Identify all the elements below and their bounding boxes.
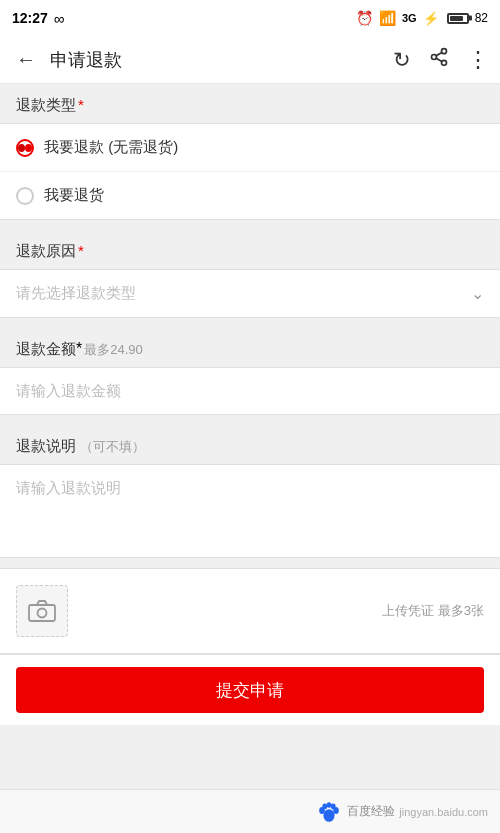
status-infinity: ∞ [54,10,65,27]
bottom-bar: 百度经验 jingyan.baidu.com [0,789,500,833]
chevron-down-icon: ⌄ [471,284,484,303]
refund-amount-input[interactable] [16,382,484,399]
upload-hint: 上传凭证 最多3张 [68,602,484,620]
svg-point-11 [331,803,336,809]
alarm-icon: ⏰ [356,10,373,26]
more-icon[interactable]: ⋮ [467,47,488,73]
refund-no-return-option[interactable]: 我要退款 (无需退货) [0,124,500,172]
svg-rect-5 [29,605,55,621]
refund-amount-label: 退款金额 [16,340,76,359]
svg-point-10 [323,803,328,809]
status-bar: 12:27 ∞ ⏰ 📶 3G ⚡ 82 [0,0,500,36]
refund-type-section: 退款类型* 我要退款 (无需退货) 我要退货 [0,84,500,220]
upload-camera-button[interactable] [16,585,68,637]
refund-reason-label: 退款原因* [0,230,500,269]
svg-point-6 [38,609,47,618]
refresh-icon[interactable]: ↻ [393,48,411,72]
wifi-icon: 📶 [379,10,396,26]
refund-description-field[interactable] [0,464,500,558]
battery-percent: 82 [475,11,488,25]
refund-no-return-label: 我要退款 (无需退货) [44,138,178,157]
submit-area: 提交申请 [0,654,500,725]
baidu-paw-icon [315,798,343,826]
refund-description-label: 退款说明 （可不填） [0,425,500,464]
refund-amount-section: 退款金额 * 最多24.90 [0,328,500,415]
refund-description-section: 退款说明 （可不填） [0,425,500,558]
share-icon[interactable] [429,47,449,72]
radio-no-return [16,139,34,157]
refund-type-label: 退款类型* [0,84,500,123]
refund-type-options: 我要退款 (无需退货) 我要退货 [0,123,500,220]
submit-button[interactable]: 提交申请 [16,667,484,713]
status-time: 12:27 [12,10,48,26]
signal-icon: 3G [402,12,417,24]
refund-reason-section: 退款原因* 请先选择退款类型 ⌄ [0,230,500,318]
refund-return-label: 我要退货 [44,186,104,205]
svg-line-4 [436,52,442,55]
content-area: 退款类型* 我要退款 (无需退货) 我要退货 退款原因* 请先选择退款类型 ⌄ [0,84,500,789]
svg-line-3 [436,58,442,61]
refund-return-option[interactable]: 我要退货 [0,172,500,219]
nav-actions: ↻ ⋮ [393,47,488,73]
battery-icon [447,13,469,24]
lightning-icon: ⚡ [423,11,439,26]
svg-point-12 [327,802,332,808]
refund-description-optional: （可不填） [80,439,145,454]
camera-icon [28,600,56,622]
nav-bar: ← 申请退款 ↻ ⋮ [0,36,500,84]
refund-amount-max: 最多24.90 [84,341,143,359]
refund-description-input[interactable] [16,479,484,539]
baidu-text: 百度经验 [347,803,395,820]
upload-section: 上传凭证 最多3张 [0,568,500,654]
refund-amount-field[interactable] [0,367,500,415]
page-title: 申请退款 [50,48,393,72]
svg-point-7 [324,809,335,822]
baidu-url: jingyan.baidu.com [399,806,488,818]
baidu-logo: 百度经验 jingyan.baidu.com [315,798,488,826]
back-button[interactable]: ← [12,44,40,75]
radio-return [16,187,34,205]
refund-reason-placeholder: 请先选择退款类型 [16,284,471,303]
status-bar-left: 12:27 ∞ [12,10,65,27]
refund-reason-dropdown[interactable]: 请先选择退款类型 ⌄ [0,269,500,318]
status-bar-right: ⏰ 📶 3G ⚡ 82 [356,10,488,26]
refund-amount-label-row: 退款金额 * 最多24.90 [0,328,500,367]
